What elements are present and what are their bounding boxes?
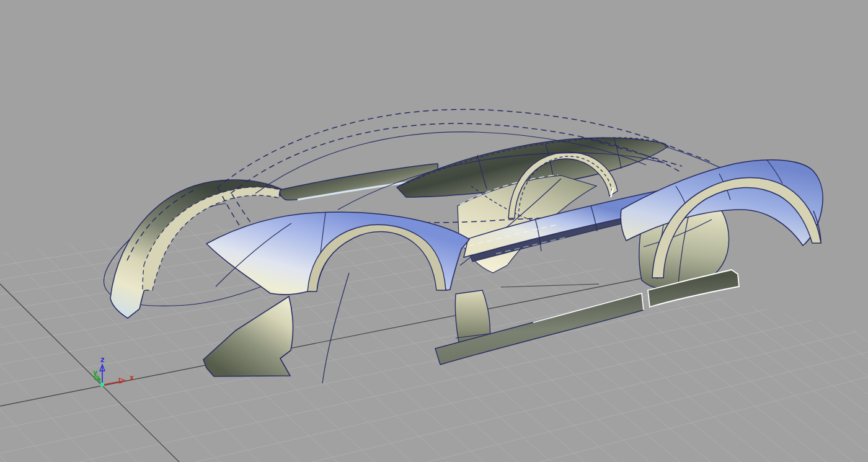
gizmo-x-label: x <box>130 373 134 382</box>
gizmo-z-label: z <box>100 355 104 364</box>
cad-viewport-window: z x y <box>0 0 868 462</box>
origin-marker-icon <box>100 383 104 386</box>
viewport-canvas[interactable]: z x y <box>0 0 868 462</box>
gizmo-y-label: y <box>93 368 97 377</box>
